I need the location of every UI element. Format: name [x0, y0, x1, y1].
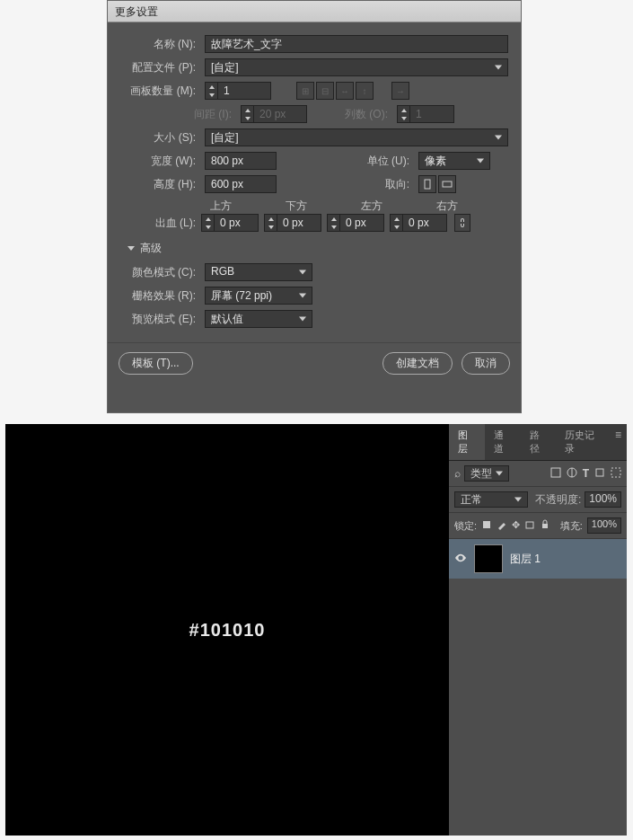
layer-filter-row: ⌕ 类型 T [449, 461, 627, 487]
lock-row: 锁定: ✥ 填充: 100% [449, 513, 627, 539]
lock-position-icon[interactable]: ✥ [512, 519, 520, 532]
cols-input [409, 105, 454, 123]
artboards-spinner[interactable] [205, 82, 271, 100]
layer-name[interactable]: 图层 1 [510, 552, 541, 567]
cols-label: 列数 (O): [311, 107, 393, 122]
create-document-button[interactable]: 创建文档 [382, 352, 453, 375]
lock-pixels-icon[interactable] [481, 519, 492, 532]
svg-rect-2 [551, 468, 560, 477]
lock-all-icon[interactable] [540, 519, 550, 532]
opacity-input[interactable]: 100% [585, 491, 621, 508]
svg-rect-4 [596, 469, 603, 476]
arrange-grid-col-icon[interactable]: ⊟ [316, 82, 334, 100]
filter-pixel-icon[interactable] [550, 467, 561, 481]
filter-adjust-icon[interactable] [567, 467, 577, 481]
orient-portrait-icon[interactable] [418, 175, 436, 193]
layer-thumbnail[interactable] [474, 544, 503, 573]
name-input[interactable] [205, 35, 508, 53]
spacing-label: 间距 (I): [120, 107, 237, 122]
blend-mode-select[interactable]: 正常 [454, 491, 528, 508]
advanced-disclosure[interactable]: 高级 [127, 241, 508, 256]
bleed-right-input[interactable] [402, 214, 447, 232]
svg-rect-0 [425, 180, 430, 189]
workspace: #101010 图层 通道 路径 历史记录 ≡ ⌕ 类型 T [5, 424, 627, 836]
bleed-left-field[interactable] [327, 214, 384, 232]
chevron-down-icon [299, 294, 306, 298]
size-select[interactable]: [自定] [205, 128, 508, 146]
name-label: 名称 (N): [120, 37, 201, 52]
height-input[interactable] [205, 175, 277, 193]
profile-select[interactable]: [自定] [205, 58, 508, 76]
bleed-right-label: 右方 [436, 199, 458, 214]
tab-layers[interactable]: 图层 [449, 424, 485, 460]
lock-brush-icon[interactable] [497, 519, 507, 532]
panel-menu-icon[interactable]: ≡ [610, 424, 627, 460]
chevron-down-icon [127, 246, 135, 251]
lock-artboard-icon[interactable] [524, 519, 535, 532]
panel-tabs: 图层 通道 路径 历史记录 ≡ [449, 424, 627, 461]
bleed-label: 出血 (L): [120, 216, 201, 231]
profile-label: 配置文件 (P): [120, 60, 201, 75]
tab-channels[interactable]: 通道 [485, 424, 521, 460]
arrange-rtl-icon[interactable]: → [391, 82, 409, 100]
raster-value: 屏幕 (72 ppi) [211, 289, 272, 302]
bleed-right-field[interactable] [390, 214, 447, 232]
dialog-footer: 模板 (T)... 创建文档 取消 [108, 342, 521, 384]
units-select[interactable]: 像素 [418, 152, 490, 170]
bleed-top-label: 上方 [210, 199, 232, 214]
cols-spinner [397, 105, 454, 123]
arrange-grid-row-icon[interactable]: ⊞ [296, 82, 314, 100]
canvas[interactable]: #101010 [5, 424, 449, 836]
chevron-down-icon [514, 498, 522, 502]
search-icon[interactable]: ⌕ [454, 467, 461, 480]
tab-paths[interactable]: 路径 [521, 424, 557, 460]
raster-select[interactable]: 屏幕 (72 ppi) [205, 287, 312, 305]
arrange-row-icon[interactable]: ↔ [336, 82, 354, 100]
artboards-input[interactable] [217, 82, 271, 100]
tab-history[interactable]: 历史记录 [556, 424, 610, 460]
visibility-eye-icon[interactable] [454, 553, 467, 566]
filter-shape-icon[interactable] [594, 467, 605, 481]
filter-type-icon[interactable]: T [583, 467, 589, 481]
blend-row: 正常 不透明度: 100% [449, 487, 627, 513]
opacity-label: 不透明度: [535, 492, 581, 508]
svg-rect-7 [526, 522, 533, 528]
size-label: 大小 (S): [120, 130, 201, 146]
bleed-top-input[interactable] [214, 214, 259, 232]
filter-kind-select[interactable]: 类型 [464, 465, 509, 482]
filter-smart-icon[interactable] [611, 467, 621, 481]
caret-down-icon [209, 93, 215, 97]
dialog-title: 更多设置 [108, 1, 521, 22]
cancel-button[interactable]: 取消 [462, 352, 510, 375]
new-document-dialog: 更多设置 名称 (N): 配置文件 (P): [自定] 画板数量 (M): ⊞ … [107, 0, 522, 413]
spacing-spinner [241, 105, 307, 123]
chevron-down-icon [496, 472, 503, 476]
height-label: 高度 (H): [120, 177, 201, 192]
width-input[interactable] [205, 152, 277, 170]
chevron-down-icon [299, 317, 306, 322]
artboards-label: 画板数量 (M): [120, 84, 201, 99]
preview-select[interactable]: 默认值 [205, 310, 312, 328]
bleed-left-input[interactable] [339, 214, 384, 232]
fill-input[interactable]: 100% [587, 517, 621, 534]
templates-button[interactable]: 模板 (T)... [119, 352, 193, 375]
layer-item[interactable]: 图层 1 [449, 539, 627, 579]
bleed-bottom-input[interactable] [277, 214, 321, 232]
filter-kind-value: 类型 [470, 467, 492, 480]
colormode-select[interactable]: RGB [205, 263, 312, 281]
raster-label: 栅格效果 (R): [120, 288, 201, 304]
fill-label: 填充: [560, 519, 583, 533]
bleed-bottom-field[interactable] [264, 214, 321, 232]
arrange-col-icon[interactable]: ↕ [356, 82, 374, 100]
chevron-down-icon [495, 66, 502, 70]
panels: 图层 通道 路径 历史记录 ≡ ⌕ 类型 T 正常 [449, 424, 627, 836]
orient-landscape-icon[interactable] [438, 175, 456, 193]
colormode-label: 颜色模式 (C): [120, 265, 201, 280]
bleed-top-field[interactable] [201, 214, 259, 232]
width-label: 宽度 (W): [120, 154, 201, 169]
svg-rect-8 [542, 524, 548, 528]
canvas-color-text: #101010 [189, 620, 266, 641]
dialog-body: 名称 (N): 配置文件 (P): [自定] 画板数量 (M): ⊞ ⊟ ↔ ↕ [108, 22, 521, 342]
svg-rect-6 [483, 521, 490, 528]
bleed-link-icon[interactable] [454, 214, 470, 232]
